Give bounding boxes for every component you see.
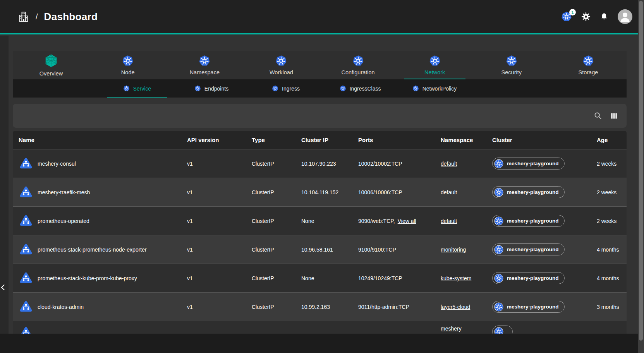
kubernetes-icon [412,85,419,92]
table-row[interactable]: prometheus-stack-kube-prom-kube-proxy v1… [13,264,627,292]
table-header-row: Name API version Type Cluster IP Ports N… [13,131,627,149]
kubernetes-icon [122,55,134,67]
table-row-partial[interactable]: meshery [13,321,627,334]
col-header-age[interactable]: Age [597,137,627,143]
namespace-link[interactable]: meshery [441,326,462,332]
kubernetes-icon [494,216,503,226]
cluster-chip[interactable]: meshery-playground [492,215,565,227]
avatar[interactable] [618,9,632,24]
namespace-link[interactable]: default [441,218,457,224]
cell-api-version: v1 [187,247,252,253]
cell-age: 4 months [597,247,627,253]
cell-api-version: v1 [187,275,252,281]
kubernetes-icon [352,55,364,67]
cluster-chip[interactable]: meshery-playground [492,272,565,284]
col-header-name[interactable]: Name [19,137,187,143]
col-header-api-version[interactable]: API version [187,137,252,143]
scrollbar-thumb[interactable] [639,1,643,341]
cell-type: ClusterIP [252,247,301,253]
tab-overview[interactable]: Overview [13,51,89,79]
view-all-link[interactable]: View all [398,218,416,224]
cell-ports: 9090/web:TCP,View all [358,218,441,224]
cell-age: 2 weeks [597,218,627,224]
subtab-endpoints[interactable]: Endpoints [180,79,242,98]
service-icon [19,185,33,200]
cluster-chip[interactable]: meshery-playground [492,301,565,313]
kubernetes-icon [494,245,503,254]
kubernetes-icon [494,327,503,334]
cluster-chip[interactable] [492,326,513,334]
table-row[interactable]: prometheus-operated v1 ClusterIP None 90… [13,206,627,235]
service-icon [19,326,33,334]
kubernetes-icon [123,85,130,92]
table-row[interactable]: meshery-traefik-mesh v1 ClusterIP 10.104… [13,178,627,206]
network-subtabs: Service Endpoints Ingress IngressClass N… [13,79,627,98]
cell-ports: 10006/10006:TCP [358,189,441,195]
kubernetes-connection-icon[interactable]: 1 [561,11,572,22]
kubernetes-icon [272,85,278,92]
tab-workload[interactable]: Workload [243,51,319,79]
page-title: Dashboard [44,11,98,23]
search-icon[interactable] [594,111,602,120]
tab-security[interactable]: Security [473,51,550,79]
main-content: Overview Node Namespace Workload Configu… [13,36,627,334]
subtab-networkpolicy[interactable]: NetworkPolicy [404,79,465,98]
tab-namespace[interactable]: Namespace [166,51,243,79]
building-icon[interactable] [18,11,29,22]
tab-node[interactable]: Node [89,51,166,79]
service-icon [19,214,33,228]
cell-cluster-ip: None [301,218,358,224]
kubernetes-icon [494,274,503,283]
kubernetes-icon [275,55,287,67]
kubernetes-icon [199,55,210,67]
cell-type: ClusterIP [252,161,301,167]
tab-configuration[interactable]: Configuration [320,51,397,79]
subtab-ingressclass[interactable]: IngressClass [329,79,391,98]
breadcrumb: / Dashboard [18,11,98,23]
namespace-link[interactable]: kube-system [441,275,471,281]
tab-network[interactable]: Network [397,51,473,79]
col-header-cluster[interactable]: Cluster [492,137,597,143]
tab-storage[interactable]: Storage [550,51,627,79]
service-name: prometheus-stack-prometheus-node-exporte… [38,247,147,253]
cell-ports: 10249/10249:TCP [358,275,441,281]
bell-icon[interactable] [600,12,608,21]
namespace-link[interactable]: layer5-cloud [441,304,470,310]
subtab-service[interactable]: Service [106,79,168,98]
subtab-ingress[interactable]: Ingress [255,79,317,98]
services-table: Name API version Type Cluster IP Ports N… [13,131,627,334]
cell-type: ClusterIP [252,218,301,224]
cluster-chip[interactable]: meshery-playground [492,243,565,255]
service-icon [19,300,33,314]
gear-icon[interactable] [581,12,591,21]
col-header-cluster-ip[interactable]: Cluster IP [301,137,358,143]
col-header-ports[interactable]: Ports [358,137,441,143]
cell-cluster-ip: 10.99.2.163 [301,304,358,310]
col-header-type[interactable]: Type [252,137,301,143]
namespace-link[interactable]: default [441,161,457,167]
cell-api-version: v1 [187,161,252,167]
cell-age: 3 months [597,304,627,310]
service-name: meshery-traefik-mesh [38,189,90,195]
namespace-link[interactable]: monitoring [441,247,466,253]
scrollbar [638,0,644,353]
cluster-chip[interactable]: meshery-playground [492,158,565,170]
view-columns-icon[interactable] [610,112,618,120]
cell-type: ClusterIP [252,275,301,281]
service-icon [19,242,33,257]
service-name: cloud-kratos-admin [38,304,84,310]
cell-api-version: v1 [187,189,252,195]
service-icon [19,271,33,286]
app-header: / Dashboard 1 [0,0,638,34]
cell-cluster-ip: 10.104.119.152 [301,189,358,195]
resource-tabs: Overview Node Namespace Workload Configu… [13,51,627,79]
table-row[interactable]: meshery-consul v1 ClusterIP 10.107.90.22… [13,149,627,178]
table-row[interactable]: cloud-kratos-admin v1 ClusterIP 10.99.2.… [13,292,627,321]
cluster-chip[interactable]: meshery-playground [492,186,565,198]
service-name: prometheus-stack-kube-prom-kube-proxy [38,275,137,281]
namespace-link[interactable]: default [441,189,457,195]
table-row[interactable]: prometheus-stack-prometheus-node-exporte… [13,235,627,264]
kubernetes-icon [429,55,441,67]
kubernetes-icon [582,55,594,67]
col-header-namespace[interactable]: Namespace [441,137,492,143]
